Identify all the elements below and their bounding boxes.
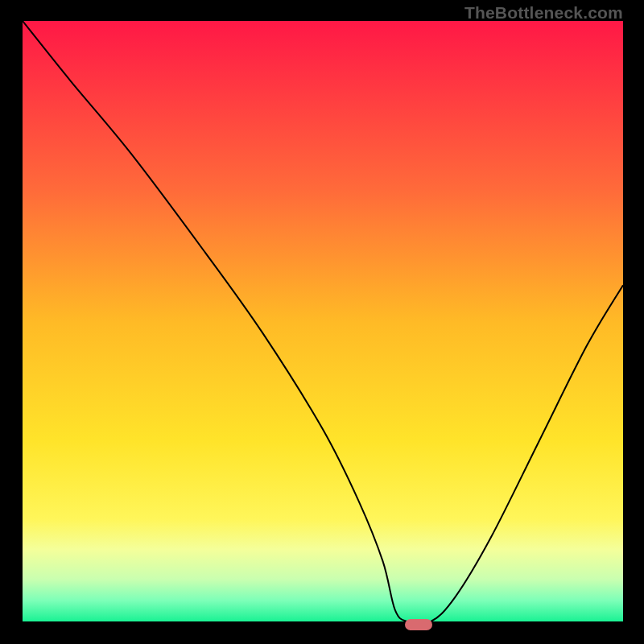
bottleneck-curve-path [23, 21, 623, 621]
curve-layer [23, 21, 623, 621]
watermark-text: TheBottleneck.com [464, 3, 623, 23]
plot-area [23, 21, 623, 625]
chart-stage: TheBottleneck.com [0, 0, 644, 644]
optimal-marker [405, 619, 432, 630]
